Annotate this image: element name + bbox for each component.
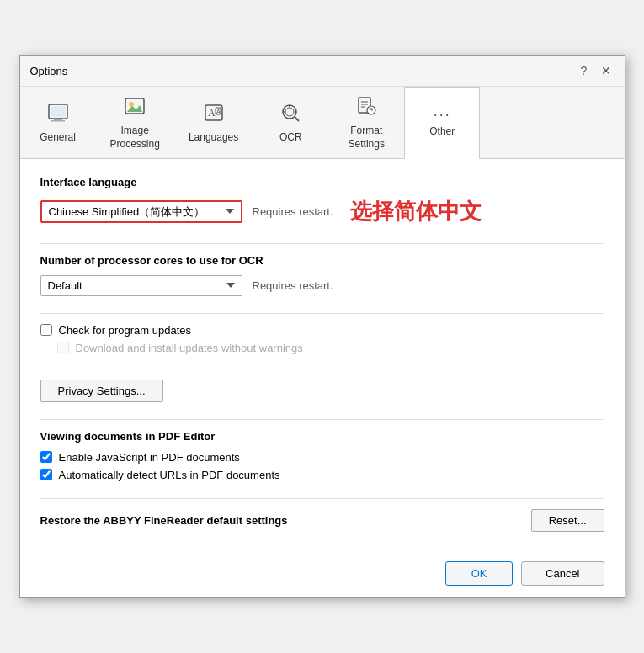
- content-area: Interface language Chinese Simplified（简体…: [20, 159, 625, 549]
- enable-js-row: Enable JavaScript in PDF documents: [40, 451, 604, 464]
- tab-ocr-label: OCR: [279, 131, 302, 145]
- tab-ocr[interactable]: OCR: [253, 87, 328, 157]
- updates-section: Check for program updates Download and i…: [40, 324, 604, 354]
- svg-rect-1: [51, 106, 66, 117]
- tab-languages[interactable]: A A Languages: [174, 87, 253, 157]
- svg-rect-2: [54, 119, 62, 120]
- restore-label: Restore the ABBYY FineReader default set…: [40, 514, 288, 527]
- tab-other[interactable]: ··· Other: [404, 87, 480, 158]
- download-updates-row: Download and install updates without war…: [57, 342, 604, 354]
- processor-cores-section: Number of processor cores to use for OCR…: [40, 254, 604, 296]
- pdf-editor-title: Viewing documents in PDF Editor: [40, 430, 604, 443]
- divider-2: [40, 313, 604, 314]
- interface-language-restart: Requires restart.: [253, 205, 333, 218]
- tab-image-processing[interactable]: ImageProcessing: [96, 87, 174, 157]
- privacy-settings-button[interactable]: Privacy Settings...: [40, 380, 163, 402]
- tab-other-label: Other: [429, 125, 455, 139]
- svg-point-13: [285, 108, 294, 116]
- download-updates-label: Download and install updates without war…: [76, 342, 303, 354]
- check-updates-label[interactable]: Check for program updates: [59, 324, 192, 337]
- interface-language-row: Chinese Simplified（简体中文） Requires restar…: [40, 197, 604, 226]
- languages-icon: A A: [202, 101, 226, 128]
- tab-general[interactable]: General: [20, 87, 96, 157]
- svg-point-6: [129, 102, 134, 107]
- divider-4: [40, 498, 604, 499]
- ok-button[interactable]: OK: [445, 561, 513, 586]
- format-settings-icon: [354, 94, 378, 121]
- help-button[interactable]: ?: [576, 62, 593, 79]
- divider-1: [40, 243, 604, 244]
- svg-rect-3: [51, 120, 65, 122]
- download-updates-checkbox: [57, 342, 69, 353]
- general-icon: [46, 101, 70, 128]
- tab-format-settings[interactable]: FormatSettings: [328, 87, 404, 157]
- enable-js-label[interactable]: Enable JavaScript in PDF documents: [59, 451, 240, 464]
- divider-3: [40, 419, 604, 420]
- detect-urls-checkbox[interactable]: [40, 469, 52, 480]
- svg-point-12: [283, 105, 296, 119]
- tab-languages-label: Languages: [189, 131, 238, 145]
- tab-image-processing-label: ImageProcessing: [110, 125, 160, 151]
- tab-general-label: General: [40, 131, 76, 145]
- svg-text:A: A: [208, 107, 216, 119]
- title-bar-buttons: ? ✕: [576, 62, 615, 79]
- processor-cores-restart: Requires restart.: [253, 279, 333, 292]
- detect-urls-label[interactable]: Automatically detect URLs in PDF documen…: [59, 469, 280, 481]
- title-bar: Options ? ✕: [20, 56, 625, 87]
- enable-js-checkbox[interactable]: [40, 451, 52, 463]
- check-updates-row: Check for program updates: [40, 324, 604, 337]
- detect-urls-row: Automatically detect URLs in PDF documen…: [40, 469, 604, 481]
- interface-language-title: Interface language: [40, 176, 604, 188]
- processor-cores-select[interactable]: Default: [40, 275, 242, 296]
- reset-button[interactable]: Reset...: [531, 509, 604, 532]
- interface-language-section: Interface language Chinese Simplified（简体…: [40, 176, 604, 226]
- restore-row: Restore the ABBYY FineReader default set…: [40, 509, 604, 532]
- options-dialog: Options ? ✕ General: [19, 55, 625, 597]
- other-icon: ···: [434, 107, 451, 122]
- processor-cores-title: Number of processor cores to use for OCR: [40, 254, 604, 267]
- close-button[interactable]: ✕: [598, 62, 615, 79]
- image-processing-icon: [123, 94, 146, 121]
- footer: OK Cancel: [20, 549, 625, 597]
- cancel-button[interactable]: Cancel: [521, 561, 604, 586]
- tab-format-settings-label: FormatSettings: [349, 125, 385, 151]
- dialog-title: Options: [30, 65, 68, 77]
- ocr-icon: [279, 101, 302, 128]
- processor-cores-row: Default Requires restart.: [40, 275, 604, 296]
- annotation-text: 选择简体中文: [350, 197, 482, 226]
- svg-line-14: [295, 117, 299, 121]
- interface-language-select[interactable]: Chinese Simplified（简体中文）: [40, 200, 242, 223]
- privacy-section: Privacy Settings...: [40, 371, 604, 402]
- check-updates-checkbox[interactable]: [40, 324, 52, 336]
- svg-text:A: A: [216, 109, 221, 114]
- tab-bar: General ImageProcessing A A: [20, 87, 625, 158]
- pdf-editor-section: Viewing documents in PDF Editor Enable J…: [40, 430, 604, 481]
